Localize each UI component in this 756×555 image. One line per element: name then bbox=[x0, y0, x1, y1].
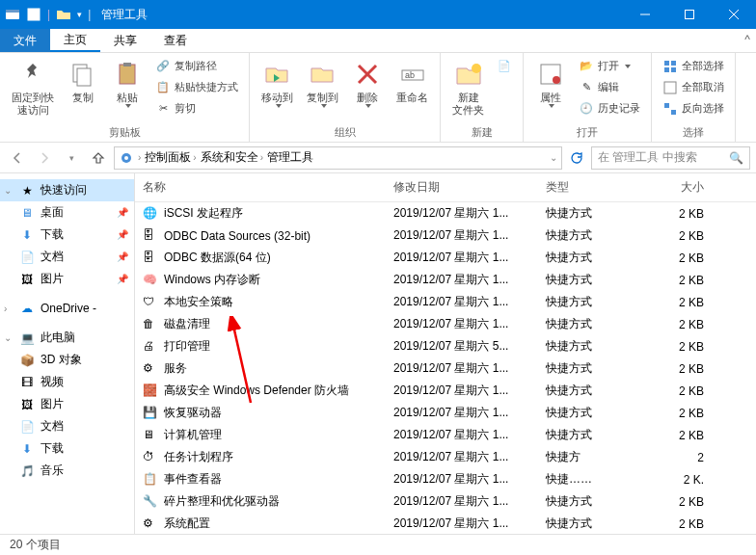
minimize-button[interactable] bbox=[623, 0, 667, 29]
sidebar-onedrive[interactable]: ›☁OneDrive - bbox=[0, 298, 134, 319]
pin-button[interactable]: 固定到快 速访问 bbox=[8, 57, 58, 119]
newitem-button[interactable]: 📄 bbox=[494, 57, 515, 76]
sidebar-pictures2[interactable]: 🖼图片 bbox=[0, 393, 134, 415]
qat-dropdown[interactable]: ▾ bbox=[77, 10, 82, 19]
selectnone-button[interactable]: 全部取消 bbox=[660, 78, 727, 97]
close-button[interactable] bbox=[712, 0, 756, 29]
svg-rect-4 bbox=[686, 11, 694, 19]
file-row[interactable]: 🗑磁盘清理2019/12/07 星期六 1...快捷方式2 KB bbox=[135, 313, 756, 335]
tab-home[interactable]: 主页 bbox=[50, 29, 100, 52]
file-name: 事件查看器 bbox=[164, 471, 222, 488]
copypath-button[interactable]: 🔗复制路径 bbox=[152, 57, 241, 76]
rename-button[interactable]: ab重命名 bbox=[392, 57, 432, 106]
selectall-button[interactable]: 全部选择 bbox=[660, 57, 727, 76]
sidebar: ⌄★快速访问 🖥桌面📌 ⬇下载📌 📄文档📌 🖼图片📌 ›☁OneDrive - … bbox=[0, 173, 135, 534]
sidebar-quick-access[interactable]: ⌄★快速访问 bbox=[0, 179, 134, 201]
sidebar-3dobjects[interactable]: 📦3D 对象 bbox=[0, 349, 134, 371]
file-type: 快捷方式 bbox=[538, 515, 634, 532]
col-date[interactable]: 修改日期 bbox=[386, 179, 538, 196]
pasteshortcut-button[interactable]: 📋粘贴快捷方式 bbox=[152, 78, 241, 97]
file-row[interactable]: 🌐iSCSI 发起程序2019/12/07 星期六 1...快捷方式2 KB bbox=[135, 202, 756, 225]
recent-button[interactable]: ▾ bbox=[60, 146, 83, 170]
sidebar-desktop[interactable]: 🖥桌面📌 bbox=[0, 201, 134, 224]
copyto-icon bbox=[308, 59, 338, 90]
paste-button[interactable]: 粘贴 bbox=[108, 57, 147, 110]
crumb-0[interactable]: 控制面板 › bbox=[145, 149, 196, 166]
sidebar-downloads2[interactable]: ⬇下载 bbox=[0, 437, 134, 460]
ribbon-expand-icon[interactable]: ^ bbox=[744, 33, 750, 46]
sidebar-downloads[interactable]: ⬇下载📌 bbox=[0, 224, 134, 246]
file-size: 2 KB bbox=[634, 340, 712, 354]
edit-button[interactable]: ✎编辑 bbox=[576, 78, 643, 97]
group-clipboard-label: 剪贴板 bbox=[8, 124, 241, 140]
file-row[interactable]: 🧠Windows 内存诊断2019/12/07 星期六 1...快捷方式2 KB bbox=[135, 269, 756, 291]
file-size: 2 bbox=[634, 451, 712, 464]
sidebar-music[interactable]: 🎵音乐 bbox=[0, 460, 134, 482]
sidebar-videos[interactable]: 🎞视频 bbox=[0, 371, 134, 393]
svg-text:ab: ab bbox=[405, 70, 415, 80]
open-button[interactable]: 📂打开 bbox=[576, 57, 643, 76]
file-row[interactable]: ⚙系统配置2019/12/07 星期六 1...快捷方式2 KB bbox=[135, 513, 756, 534]
file-row[interactable]: 📋事件查看器2019/12/07 星期六 1...快捷……2 K. bbox=[135, 468, 756, 490]
cut-button[interactable]: ✂剪切 bbox=[152, 99, 241, 119]
up-button[interactable] bbox=[87, 146, 110, 170]
file-type: 快捷方式 bbox=[538, 360, 634, 377]
file-row[interactable]: 🗄ODBC 数据源(64 位)2019/12/07 星期六 1...快捷方式2 … bbox=[135, 247, 756, 269]
qat-folder-icon[interactable] bbox=[56, 7, 71, 22]
file-row[interactable]: ⏱任务计划程序2019/12/07 星期六 1...快捷方 2 bbox=[135, 446, 756, 468]
delete-button[interactable]: 删除 bbox=[348, 57, 387, 110]
history-button[interactable]: 🕘历史记录 bbox=[576, 99, 643, 119]
svg-point-26 bbox=[124, 156, 128, 160]
refresh-button[interactable] bbox=[566, 146, 587, 170]
invert-button[interactable]: 反向选择 bbox=[660, 99, 727, 119]
file-row[interactable]: 🧱高级安全 Windows Defender 防火墙2019/12/07 星期六… bbox=[135, 380, 756, 402]
svg-rect-1 bbox=[6, 10, 19, 13]
file-name: 计算机管理 bbox=[164, 427, 222, 443]
file-row[interactable]: 💾恢复驱动器2019/12/07 星期六 1...快捷方式2 KB bbox=[135, 402, 756, 424]
forward-button[interactable] bbox=[33, 146, 56, 170]
maximize-button[interactable] bbox=[667, 0, 712, 29]
file-type: 快捷方式 bbox=[538, 493, 634, 510]
file-row[interactable]: 🔧碎片整理和优化驱动器2019/12/07 星期六 1...快捷方式2 KB bbox=[135, 490, 756, 513]
col-name[interactable]: 名称 bbox=[135, 179, 386, 196]
newfolder-button[interactable]: 新建 文件夹 bbox=[448, 57, 488, 119]
svg-point-17 bbox=[553, 76, 560, 84]
copy-button[interactable]: 复制 bbox=[64, 57, 102, 106]
col-type[interactable]: 类型 bbox=[538, 179, 634, 196]
file-row[interactable]: 🖥计算机管理2019/12/07 星期六 1...快捷方式2 KB bbox=[135, 424, 756, 446]
file-type: 快捷方 bbox=[538, 449, 634, 465]
file-row[interactable]: 🖨打印管理2019/12/07 星期六 5...快捷方式2 KB bbox=[135, 335, 756, 357]
back-button[interactable] bbox=[6, 146, 29, 170]
tab-file[interactable]: 文件 bbox=[0, 29, 50, 52]
properties-button[interactable]: 属性 bbox=[531, 57, 570, 110]
file-size: 2 KB bbox=[634, 274, 712, 287]
svg-rect-23 bbox=[664, 103, 669, 108]
crumb-2[interactable]: 管理工具 bbox=[267, 149, 313, 166]
file-name: ODBC 数据源(64 位) bbox=[164, 250, 271, 266]
tab-share[interactable]: 共享 bbox=[100, 29, 150, 52]
crumb-1[interactable]: 系统和安全 › bbox=[201, 149, 263, 166]
address-bar[interactable]: › 控制面板 › 系统和安全 › 管理工具 ⌄ bbox=[114, 146, 562, 170]
group-organize-label: 组织 bbox=[257, 124, 432, 140]
search-box[interactable]: 在 管理工具 中搜索 🔍 bbox=[591, 146, 750, 170]
copyto-button[interactable]: 复制到 bbox=[303, 57, 342, 110]
col-size[interactable]: 大小 bbox=[634, 179, 712, 196]
file-icon: 💾 bbox=[143, 406, 158, 421]
file-name: 高级安全 Windows Defender 防火墙 bbox=[164, 383, 349, 399]
sidebar-documents[interactable]: 📄文档📌 bbox=[0, 246, 134, 268]
file-size: 2 KB bbox=[634, 407, 712, 420]
addr-dropdown[interactable]: ⌄ bbox=[550, 152, 557, 163]
file-row[interactable]: 🛡本地安全策略2019/12/07 星期六 1...快捷方式2 KB bbox=[135, 291, 756, 313]
file-row[interactable]: 🗄ODBC Data Sources (32-bit)2019/12/07 星期… bbox=[135, 225, 756, 247]
file-size: 2 KB bbox=[634, 318, 712, 331]
shortcut-icon: 📋 bbox=[155, 80, 171, 95]
file-name: 系统配置 bbox=[164, 515, 210, 532]
sidebar-thispc[interactable]: ⌄💻此电脑 bbox=[0, 327, 134, 349]
tab-view[interactable]: 查看 bbox=[150, 29, 201, 52]
file-row[interactable]: ⚙服务2019/12/07 星期六 1...快捷方式2 KB bbox=[135, 357, 756, 380]
sidebar-documents2[interactable]: 📄文档 bbox=[0, 415, 134, 437]
moveto-button[interactable]: 移动到 bbox=[257, 57, 297, 110]
file-name: 碎片整理和优化驱动器 bbox=[164, 493, 280, 510]
sidebar-pictures[interactable]: 🖼图片📌 bbox=[0, 268, 134, 290]
qat-save-icon[interactable] bbox=[26, 7, 41, 22]
